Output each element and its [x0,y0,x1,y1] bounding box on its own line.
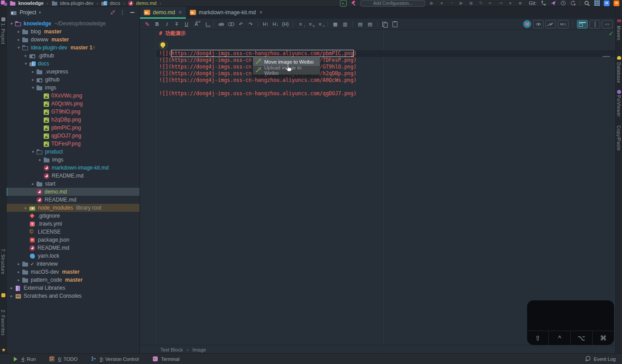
quick-terminal-icon[interactable]: >_ [340,0,347,7]
hide-panel-icon[interactable] [129,9,136,16]
tree-item-markdown-image-kit-md[interactable]: markdown-image-kit.md [6,164,139,172]
editor-line-heading[interactable]: # 功能演示 [159,30,615,37]
editor-breadcrumb-item[interactable]: Text Block [160,347,183,352]
run-icon[interactable]: ▶ [429,0,435,6]
tree-item-demo-md[interactable]: demo.md [6,188,139,196]
strikethrough-heading-icon[interactable]: T [172,20,181,28]
image-url[interactable]: https://dong4j-imgs.oss-cn-hangzhou.aliy… [172,90,354,97]
heading-up-icon[interactable]: H↑ [261,20,270,28]
tool-button-structure[interactable]: 7: Structure [0,249,5,275]
list-indent-icon[interactable]: ≡ [296,20,305,28]
tree-chevron-icon[interactable]: ▾ [29,85,37,90]
tree-item-external-libraries[interactable]: ▸External Libraries [6,284,139,292]
maven-icon[interactable]: m [617,19,621,23]
tree-item--travis-yml[interactable]: .travis.yml [6,220,139,228]
tree-item-node-modules[interactable]: ▸node_moduleslibrary root [6,204,139,212]
strike-word-icon[interactable]: ab [217,20,226,28]
tool-button-copy-paste[interactable]: Copy/Paste [616,125,621,151]
modifier-key-shift[interactable]: ⇧ [527,331,548,345]
editor-line-blank[interactable] [159,37,615,44]
tree-item-h2qdbp-png[interactable]: h2qDBp.png [6,116,139,124]
tree-chevron-icon[interactable]: ▸ [15,270,22,274]
status-button-6-todo[interactable]: 6: TODO [49,356,78,362]
breadcrumb-item[interactable]: docs [110,0,120,6]
editor-breadcrumb-item[interactable]: Image [192,347,206,352]
italic-icon[interactable]: I [162,20,172,28]
rollback-icon[interactable] [570,0,576,6]
status-button-4-run[interactable]: 4: Run [12,356,36,362]
structure-icon[interactable] [1,293,5,297]
run-anything-icon[interactable]: ◉ [468,0,474,6]
tree-item-gt9hlo-png[interactable]: GT9hlO.png [6,108,139,116]
tree-chevron-icon[interactable]: ▸ [29,182,37,186]
inspections-ok-icon[interactable]: ✓ [609,30,614,37]
status-button-9-version-control[interactable]: 9: Version Control [91,356,139,362]
markdown-navigator-icon[interactable]: M [523,20,531,28]
event-log-button[interactable]: Event Log [585,356,616,362]
tree-chevron-icon[interactable]: ▸ [15,278,22,282]
tree-item-product[interactable]: ▾product [6,148,139,156]
coverage-icon[interactable]: ◔ [449,0,454,6]
tree-item-0xxvwc-png[interactable]: 0XxVWc.png [6,92,139,100]
superscript-icon[interactable]: A [192,20,201,28]
tree-chevron-icon[interactable]: ▸ [29,69,37,74]
tree-item-start[interactable]: ▸start [6,180,139,188]
tree-item-docs[interactable]: ▾docs [6,60,139,68]
editor-line-image[interactable]: ![](https://dong4j-imgs.oss-cn-hangzhou.… [159,50,615,57]
paste-document-icon[interactable] [390,20,400,28]
tree-item-package-json[interactable]: package.json [6,236,139,244]
tree-chevron-icon[interactable]: ▸ [22,53,29,58]
tool-button-project[interactable]: 1: Project [0,23,5,44]
psiviewer-icon[interactable] [617,90,621,94]
tree-item-imgs[interactable]: ▾imgs [6,84,139,92]
document-outline-icon[interactable]: ▤ [365,20,375,28]
undo-icon[interactable]: ↶ [236,20,246,28]
table-edit-icon[interactable]: ▥ [340,20,350,28]
database-icon[interactable] [617,56,621,60]
tree-chevron-icon[interactable]: ▸ [37,158,44,162]
tree-item-github[interactable]: ▸github [6,76,139,84]
tree-chevron-icon[interactable]: ▸ [29,77,37,82]
project-view-chevron-icon[interactable]: ▾ [39,10,41,15]
status-button-terminal[interactable]: Terminal [152,356,180,362]
scrollbar-mark[interactable] [602,56,610,57]
profiler-icon[interactable]: ▶ [458,0,464,6]
breadcrumb-item[interactable]: knowledge [18,0,44,6]
history-icon[interactable] [560,0,566,6]
rerun-icon[interactable]: ↻ [478,0,484,6]
editor-line-image[interactable]: ![](https://dong4j-imgs.oss-cn-hangzhou.… [159,57,615,64]
tool-button-database[interactable]: Database [616,62,621,83]
copy-document-icon[interactable] [381,20,390,28]
panel-options-icon[interactable]: ⋮ [119,9,126,16]
link-icon[interactable] [226,20,236,28]
layout-editor-window-icon[interactable] [577,20,588,28]
tree-chevron-icon[interactable]: ▾ [22,61,29,66]
tool-button-psiviewer[interactable]: PsiViewer [616,95,621,117]
tab-markdown-image-kit-md[interactable]: M↓markdown-image-kit.md× [186,6,266,19]
git-update-branch-icon[interactable] [540,0,546,6]
tree-item--github[interactable]: ▸.github [6,52,139,60]
tree-chevron-icon[interactable]: ▸ [22,206,29,210]
git-push-icon[interactable] [550,0,556,6]
subscript-icon[interactable]: I [201,20,211,28]
layout-split-icon[interactable] [589,20,600,28]
editor-line-blank[interactable] [159,44,615,50]
tree-chevron-icon[interactable]: ▸ [15,262,22,266]
breadcrumb-item[interactable]: demo.md [136,0,156,6]
editor-line-image[interactable]: ![](https://dong4j-imgs.oss-cn-hangzhou.… [159,64,615,70]
translate-plugin-2-icon[interactable]: G [614,0,619,6]
tree-item-readme-md[interactable]: README.md [6,196,139,204]
editor-line-image[interactable]: ![](https://dong4j-imgs.oss-cn-hangzhou.… [159,90,615,97]
underline-icon[interactable]: U [182,20,191,28]
tree-chevron-icon[interactable]: ▾ [8,21,15,26]
build-hammer-icon[interactable] [351,0,356,6]
grid-menu-icon[interactable] [594,0,600,6]
preview-icon[interactable] [533,20,544,28]
layout-code-icon[interactable]: <> [602,20,613,28]
tree-item-pattern-code[interactable]: ▸pattern_codemaster [6,276,139,284]
editor[interactable]: # 功能演示![](https://dong4j-imgs.oss-cn-han… [140,30,615,345]
add-configuration-button[interactable]: Add Configuration... [360,0,425,7]
collapse-all-icon[interactable] [109,9,116,16]
editor-only-icon[interactable]: M▭ [558,20,569,28]
tree-item--gitignore[interactable]: .gitignore [6,212,139,220]
